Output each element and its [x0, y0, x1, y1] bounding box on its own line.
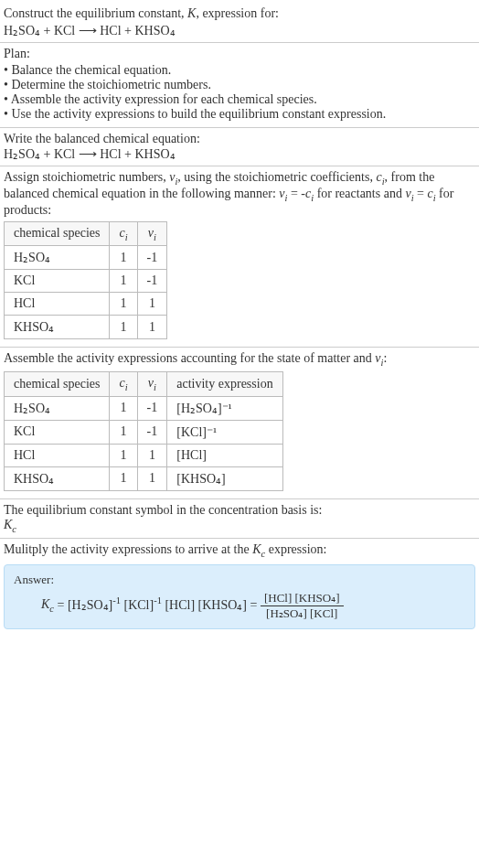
cell-expr: [H₂SO₄]⁻¹	[167, 396, 282, 420]
answer-fraction: [HCl] [KHSO₄] [H₂SO₄] [KCl]	[261, 591, 344, 621]
cell-v: -1	[137, 246, 167, 270]
cell-species: H₂SO₄	[5, 246, 110, 270]
cell-v: -1	[137, 270, 167, 293]
table-row: KHSO₄ 1 1 [KHSO₄]	[5, 466, 283, 490]
plan-header: Plan:	[4, 47, 475, 61]
kc-symbol-section: The equilibrium constant symbol in the c…	[0, 499, 479, 539]
col-species: chemical species	[5, 221, 110, 246]
cell-c: 1	[110, 270, 137, 293]
plan-item: Use the activity expressions to build th…	[4, 107, 475, 122]
cell-v: 1	[137, 293, 167, 316]
multiply-section: Mulitply the activity expressions to arr…	[0, 539, 479, 638]
activity-table: chemical species ci νi activity expressi…	[4, 371, 283, 491]
plan-list: Balance the chemical equation. Determine…	[4, 63, 475, 122]
table-row: H₂SO₄ 1 -1	[5, 246, 167, 270]
plan-item: Assemble the activity expression for eac…	[4, 92, 475, 107]
cell-c: 1	[110, 246, 137, 270]
cell-v: 1	[137, 316, 167, 339]
cell-v: 1	[137, 444, 167, 466]
cell-expr: [HCl]	[167, 444, 282, 466]
table-row: HCl 1 1 [HCl]	[5, 444, 283, 466]
cell-c: 1	[110, 293, 137, 316]
cell-v: 1	[137, 466, 167, 490]
activity-section: Assemble the activity expressions accoun…	[0, 348, 479, 499]
table-row: KCl 1 -1 [KCl]⁻¹	[5, 420, 283, 444]
cell-c: 1	[110, 466, 137, 490]
plan-section: Plan: Balance the chemical equation. Det…	[0, 43, 479, 128]
cell-v: -1	[137, 420, 167, 444]
col-vi: νi	[137, 372, 167, 397]
cell-species: KHSO₄	[5, 316, 110, 339]
cell-v: -1	[137, 396, 167, 420]
kc-symbol-line2: Kc	[4, 518, 475, 534]
cell-species: HCl	[5, 444, 110, 466]
answer-equation: Kc = [H₂SO₄]-1 [KCl]-1 [HCl] [KHSO₄] = […	[14, 591, 465, 621]
stoich-header: Assign stoichiometric numbers, νi, using…	[4, 170, 475, 218]
col-ci: ci	[110, 372, 137, 397]
fraction-denominator: [H₂SO₄] [KCl]	[261, 606, 344, 621]
cell-species: KHSO₄	[5, 466, 110, 490]
table-row: KHSO₄ 1 1	[5, 316, 167, 339]
cell-c: 1	[110, 396, 137, 420]
col-expr: activity expression	[167, 372, 282, 397]
answer-box: Answer: Kc = [H₂SO₄]-1 [KCl]-1 [HCl] [KH…	[4, 564, 475, 629]
cell-expr: [KCl]⁻¹	[167, 420, 282, 444]
multiply-header: Mulitply the activity expressions to arr…	[4, 542, 475, 559]
table-row: H₂SO₄ 1 -1 [H₂SO₄]⁻¹	[5, 396, 283, 420]
cell-species: H₂SO₄	[5, 396, 110, 420]
answer-label: Answer:	[14, 573, 465, 587]
col-ci: ci	[110, 221, 137, 246]
table-header-row: chemical species ci νi activity expressi…	[5, 372, 283, 397]
table-row: KCl 1 -1	[5, 270, 167, 293]
col-vi: νi	[137, 221, 167, 246]
cell-species: HCl	[5, 293, 110, 316]
balanced-section: Write the balanced chemical equation: H₂…	[0, 128, 479, 166]
cell-species: KCl	[5, 270, 110, 293]
prompt-line1: Construct the equilibrium constant, K, e…	[4, 4, 475, 23]
cell-c: 1	[110, 420, 137, 444]
plan-item: Balance the chemical equation.	[4, 63, 475, 78]
cell-species: KCl	[5, 420, 110, 444]
table-header-row: chemical species ci νi	[5, 221, 167, 246]
prompt-equation: H₂SO₄ + KCl ⟶ HCl + KHSO₄	[4, 23, 475, 38]
cell-expr: [KHSO₄]	[167, 466, 282, 490]
plan-item: Determine the stoichiometric numbers.	[4, 78, 475, 92]
activity-header: Assemble the activity expressions accoun…	[4, 351, 475, 368]
cell-c: 1	[110, 316, 137, 339]
balanced-header: Write the balanced chemical equation:	[4, 132, 475, 146]
balanced-equation: H₂SO₄ + KCl ⟶ HCl + KHSO₄	[4, 146, 475, 162]
stoich-table: chemical species ci νi H₂SO₄ 1 -1 KCl 1 …	[4, 221, 167, 340]
kc-symbol-line1: The equilibrium constant symbol in the c…	[4, 503, 475, 518]
col-species: chemical species	[5, 372, 110, 397]
stoich-section: Assign stoichiometric numbers, νi, using…	[0, 166, 479, 348]
cell-c: 1	[110, 444, 137, 466]
fraction-numerator: [HCl] [KHSO₄]	[261, 591, 344, 606]
prompt-section: Construct the equilibrium constant, K, e…	[0, 0, 479, 43]
table-row: HCl 1 1	[5, 293, 167, 316]
